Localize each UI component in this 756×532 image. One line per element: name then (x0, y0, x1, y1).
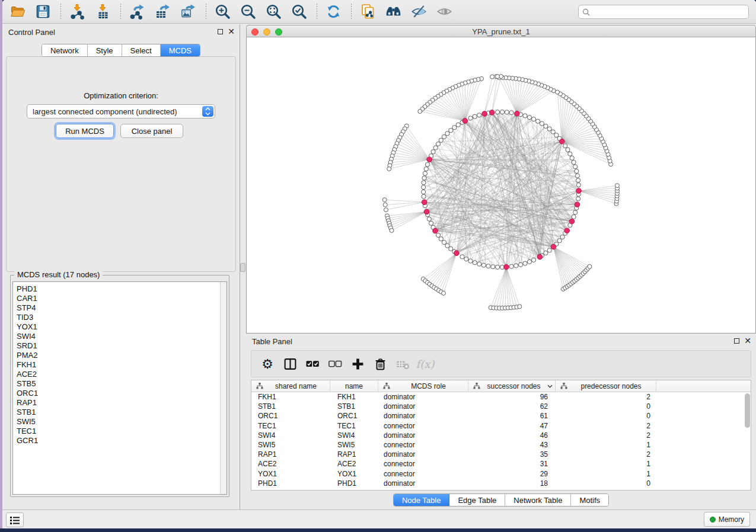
table-row[interactable]: YOX1YOX1connector291 (251, 469, 751, 479)
table-row[interactable]: SWI4SWI4dominator462 (251, 431, 751, 440)
table-cell: FKH1 (251, 393, 330, 401)
apply-layout-button[interactable] (323, 2, 343, 22)
mcds-result-item[interactable]: STP4 (17, 303, 218, 313)
close-panel-button[interactable]: Close panel (120, 124, 183, 138)
tab-edge-table[interactable]: Edge Table (449, 494, 505, 506)
mcds-result-item[interactable]: TEC1 (17, 427, 218, 436)
import-network-button[interactable] (67, 2, 87, 22)
mcds-result-item[interactable]: TID3 (17, 313, 218, 322)
table-row[interactable]: TEC1TEC1connector472 (251, 421, 751, 431)
column-header-successor-nodes[interactable]: successor nodes (468, 380, 556, 392)
run-mcds-button[interactable]: Run MCDS (56, 124, 114, 138)
zoom-selected-button[interactable] (289, 2, 309, 22)
scrollbar-thumb[interactable] (745, 393, 750, 428)
table-row[interactable]: RAP1RAP1dominator352 (251, 450, 751, 459)
plus-icon (351, 357, 365, 371)
mcds-result-item[interactable]: SRD1 (17, 341, 218, 351)
control-panel: Control Panel ✕ NetworkStyleSelectMCDS O… (2, 24, 240, 509)
network-window-title: YPA_prune.txt_1 (247, 27, 755, 36)
save-icon (35, 4, 51, 20)
zoom-fit-button[interactable] (263, 2, 283, 22)
mcds-result-item[interactable]: PMA2 (17, 351, 218, 360)
zoom-out-button[interactable] (238, 2, 258, 22)
save-session-button[interactable] (33, 2, 53, 22)
search-input[interactable] (593, 8, 745, 16)
mcds-result-item[interactable]: YOX1 (17, 322, 218, 332)
mcds-result-item[interactable]: FKH1 (17, 360, 218, 370)
column-header-MCDS-role[interactable]: MCDS role (378, 380, 468, 392)
export-image-button[interactable] (178, 2, 198, 22)
table-row[interactable]: STB1STB1dominator620 (251, 402, 751, 411)
memory-button[interactable]: Memory (704, 512, 750, 527)
zoom-in-button[interactable] (212, 2, 232, 22)
export-table-button[interactable] (152, 2, 173, 22)
tab-select[interactable]: Select (122, 44, 161, 56)
table-cell: 0 (556, 479, 656, 488)
table-row[interactable]: ORC1ORC1dominator610 (251, 411, 751, 421)
float-panel-icon[interactable] (218, 29, 223, 34)
network-canvas[interactable] (246, 37, 756, 334)
tab-network-table[interactable]: Network Table (505, 494, 571, 506)
export-network-button[interactable] (127, 2, 147, 22)
import-table-button[interactable] (92, 2, 113, 22)
mcds-result-item[interactable]: PHD1 (17, 284, 218, 294)
table-cell: FKH1 (330, 393, 378, 401)
open-file-button[interactable] (7, 2, 27, 22)
hide-selected-button[interactable] (409, 2, 429, 22)
tab-network[interactable]: Network (42, 44, 88, 56)
hide-all-columns-button[interactable] (326, 355, 344, 373)
table-cell: 1 (556, 470, 656, 478)
close-panel-icon[interactable]: ✕ (228, 28, 235, 34)
task-history-button[interactable] (6, 512, 24, 527)
mcds-result-item[interactable]: SWI5 (17, 417, 218, 427)
tab-motifs[interactable]: Motifs (571, 494, 608, 506)
optimization-criterion-select[interactable]: largest connected component (undirected) (27, 104, 215, 118)
table-body: FKH1FKH1dominator962STB1STB1dominator620… (251, 392, 751, 488)
toolbar-separator (351, 4, 352, 20)
delete-column-button[interactable] (371, 355, 389, 373)
mcds-result-item[interactable]: RAP1 (17, 398, 218, 408)
mcds-result-item[interactable]: ORC1 (17, 389, 218, 398)
network-graph[interactable] (247, 37, 755, 333)
tab-style[interactable]: Style (88, 44, 122, 56)
table-row[interactable]: SWI5SWI5connector431 (251, 440, 751, 450)
splitter-handle-icon[interactable] (240, 263, 245, 272)
column-header-predecessor-nodes[interactable]: predecessor nodes (556, 380, 656, 392)
toggle-column-panel-button[interactable] (281, 355, 299, 373)
mcds-result-title: MCDS result (17 nodes) (14, 270, 103, 279)
show-all-button[interactable] (434, 2, 454, 22)
table-scrollbar[interactable] (745, 393, 750, 488)
clone-network-button[interactable] (358, 2, 378, 22)
table-row[interactable]: PHD1PHD1dominator180 (251, 479, 751, 488)
close-table-panel-icon[interactable]: ✕ (744, 338, 751, 344)
mcds-result-item[interactable]: CAR1 (17, 294, 218, 303)
table-cell: dominator (378, 402, 468, 411)
tree-icon (254, 383, 264, 389)
mcds-result-item[interactable]: STB5 (17, 379, 218, 389)
tab-mcds[interactable]: MCDS (161, 44, 200, 56)
add-column-button[interactable] (349, 355, 366, 373)
mcds-result-item[interactable]: GCR1 (17, 436, 218, 446)
mcds-result-item[interactable]: SWI4 (17, 332, 218, 341)
tab-node-table[interactable]: Node Table (394, 494, 450, 506)
unchecked-boxes-icon (328, 357, 342, 371)
mcds-result-list[interactable]: PHD1CAR1STP4TID3YOX1SWI4SRD1PMA2FKH1ACE2… (12, 281, 227, 495)
first-neighbors-button[interactable] (383, 2, 403, 22)
table-cell: 1 (556, 441, 656, 449)
table-cell: 46 (468, 431, 556, 440)
table-row[interactable]: FKH1FKH1dominator962 (251, 392, 751, 402)
vertical-splitter[interactable] (240, 24, 246, 509)
table-row[interactable]: ACE2ACE2connector311 (251, 459, 751, 469)
table-cell: 35 (468, 450, 556, 459)
table-cell: 2 (556, 431, 656, 440)
column-header-name[interactable]: name (330, 380, 378, 392)
show-all-columns-button[interactable] (304, 355, 321, 373)
mcds-result-item[interactable]: STB1 (17, 408, 218, 417)
mcds-result-item[interactable]: ACE2 (17, 370, 218, 379)
column-header-shared-name[interactable]: shared name (251, 380, 330, 392)
float-table-panel-icon[interactable] (734, 338, 739, 344)
table-settings-button[interactable]: ⚙ (259, 355, 276, 373)
search-box[interactable] (578, 5, 749, 19)
memory-status-icon (710, 517, 716, 523)
mcds-list-scrollbar[interactable] (220, 282, 227, 494)
